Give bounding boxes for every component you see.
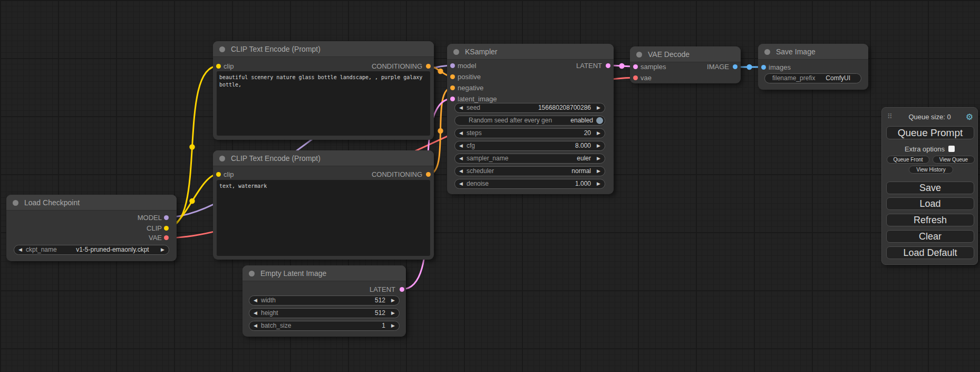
sampler-name-widget[interactable]: ◀ sampler_name euler ▶ [454,154,605,164]
extra-options-checkbox[interactable] [948,146,955,152]
decrement-arrow-icon[interactable]: ◀ [459,154,463,163]
input-slot-latent-image[interactable] [450,97,455,101]
comfyui-canvas[interactable]: { "icons": { "left_arrow": "◀", "right_a… [0,0,980,372]
link-midpoint-dot[interactable] [189,198,195,204]
view-queue-button[interactable]: View Queue [933,156,975,164]
node-title-bar[interactable]: Empty Latent Image [242,265,406,281]
collapse-dot-icon[interactable] [219,156,225,161]
node-empty-latent-image[interactable]: Empty Latent Image LATENT ◀ width 512 ▶ … [242,265,406,337]
node-clip-text-encode-negative[interactable]: CLIP Text Encode (Prompt) clip CONDITION… [213,150,434,260]
increment-arrow-icon[interactable]: ▶ [391,321,395,330]
output-slot-latent[interactable] [400,287,404,292]
input-label-clip: clip [224,62,234,71]
node-save-image[interactable]: Save Image images filename_prefix ComfyU… [758,44,868,90]
decrement-arrow-icon[interactable]: ◀ [459,129,463,138]
decrement-arrow-icon[interactable]: ◀ [254,321,257,330]
output-slot-conditioning[interactable] [426,172,431,177]
view-history-button[interactable]: View History [909,166,953,174]
widget-label: filename_prefix [772,74,815,83]
collapse-dot-icon[interactable] [249,271,255,276]
output-slot-latent[interactable] [606,63,610,68]
output-slot-model[interactable] [164,215,169,220]
node-title-bar[interactable]: Save Image [758,44,868,60]
node-clip-text-encode-positive[interactable]: CLIP Text Encode (Prompt) clip CONDITION… [213,41,434,140]
output-slot-image[interactable] [733,64,738,69]
collapse-dot-icon[interactable] [453,49,459,55]
increment-arrow-icon[interactable]: ▶ [391,309,395,318]
increment-arrow-icon[interactable]: ▶ [597,179,600,188]
load-default-button[interactable]: Load Default [886,246,974,259]
prompt-textarea[interactable]: beautiful scenery nature glass bottle la… [217,71,430,136]
increment-arrow-icon[interactable]: ▶ [597,129,600,138]
link-midpoint-dot[interactable] [438,69,443,74]
prompt-textarea[interactable]: text, watermark [217,180,430,256]
collapse-dot-icon[interactable] [13,200,18,206]
input-slot-model[interactable] [450,63,455,68]
decrement-arrow-icon[interactable]: ◀ [254,296,257,305]
input-slot-samples[interactable] [633,64,638,69]
node-ksampler[interactable]: KSampler model positive negative latent_… [447,44,614,194]
input-label-model: model [458,62,476,70]
node-load-checkpoint[interactable]: Load Checkpoint MODEL CLIP VAE ◀ ckpt_na… [6,195,177,261]
save-button[interactable]: Save [886,182,974,194]
settings-gear-icon[interactable]: ⚙ [966,112,973,122]
node-title-bar[interactable]: CLIP Text Encode (Prompt) [213,150,434,166]
input-slot-clip[interactable] [216,172,221,177]
increment-arrow-icon[interactable]: ▶ [597,141,600,150]
queue-prompt-button[interactable]: Queue Prompt [886,126,974,139]
link-midpoint-dot[interactable] [746,64,752,70]
node-title: CLIP Text Encode (Prompt) [231,45,321,53]
queue-panel: ⠿ Queue size: 0 ⚙ Queue Prompt Extra opt… [881,107,978,265]
node-title-bar[interactable]: CLIP Text Encode (Prompt) [213,41,434,57]
increment-arrow-icon[interactable]: ▶ [597,167,600,176]
increment-arrow-icon[interactable]: ▶ [161,245,164,254]
steps-widget[interactable]: ◀ steps 20 ▶ [454,128,605,138]
toggle-indicator[interactable] [596,117,603,124]
scheduler-widget[interactable]: ◀ scheduler normal ▶ [454,166,605,176]
increment-arrow-icon[interactable]: ▶ [597,154,600,163]
increment-arrow-icon[interactable]: ▶ [391,296,395,305]
height-widget[interactable]: ◀ height 512 ▶ [249,308,400,318]
decrement-arrow-icon[interactable]: ◀ [18,245,22,254]
input-slot-negative[interactable] [450,85,455,90]
ckpt-name-widget[interactable]: ◀ ckpt_name v1-5-pruned-emaonly.ckpt ▶ [14,245,169,255]
decrement-arrow-icon[interactable]: ◀ [459,179,463,188]
seed-widget[interactable]: ◀ seed 156680208700286 ▶ [454,103,605,113]
collapse-dot-icon[interactable] [219,46,225,52]
decrement-arrow-icon[interactable]: ◀ [459,167,463,176]
node-vae-decode[interactable]: VAE Decode samples vae IMAGE [630,46,741,83]
link-midpoint-dot[interactable] [619,63,624,69]
width-widget[interactable]: ◀ width 512 ▶ [249,295,400,306]
node-title-bar[interactable]: Load Checkpoint [6,195,177,211]
clear-button[interactable]: Clear [886,230,974,243]
output-slot-conditioning[interactable] [426,64,431,69]
collapse-dot-icon[interactable] [636,52,642,58]
collapse-dot-icon[interactable] [764,49,770,55]
link-midpoint-dot[interactable] [438,128,443,133]
input-slot-vae[interactable] [633,75,638,80]
random-seed-widget[interactable]: Random seed after every gen enabled [454,116,605,126]
node-title-bar[interactable]: KSampler [447,44,614,60]
decrement-arrow-icon[interactable]: ◀ [254,309,257,318]
widget-label: batch_size [261,321,291,330]
widget-value: 512 [375,309,385,318]
load-button[interactable]: Load [886,197,974,210]
output-slot-vae[interactable] [164,235,169,240]
widget-label: steps [467,129,482,138]
queue-front-button[interactable]: Queue Front [887,156,929,164]
filename-prefix-widget[interactable]: filename_prefix ComfyUI [764,73,861,83]
decrement-arrow-icon[interactable]: ◀ [459,103,463,112]
widget-value: euler [577,154,591,163]
output-slot-clip[interactable] [164,226,169,231]
decrement-arrow-icon[interactable]: ◀ [459,141,463,150]
link-midpoint-dot[interactable] [189,144,195,149]
refresh-button[interactable]: Refresh [886,214,974,226]
denoise-widget[interactable]: ◀ denoise 1.000 ▶ [454,179,605,189]
input-slot-positive[interactable] [450,74,455,79]
cfg-widget[interactable]: ◀ cfg 8.000 ▶ [454,141,605,151]
batch-size-widget[interactable]: ◀ batch_size 1 ▶ [249,321,400,331]
increment-arrow-icon[interactable]: ▶ [597,103,600,112]
input-slot-clip[interactable] [216,64,221,69]
input-slot-images[interactable] [761,65,766,70]
node-title-bar[interactable]: VAE Decode [630,46,741,62]
